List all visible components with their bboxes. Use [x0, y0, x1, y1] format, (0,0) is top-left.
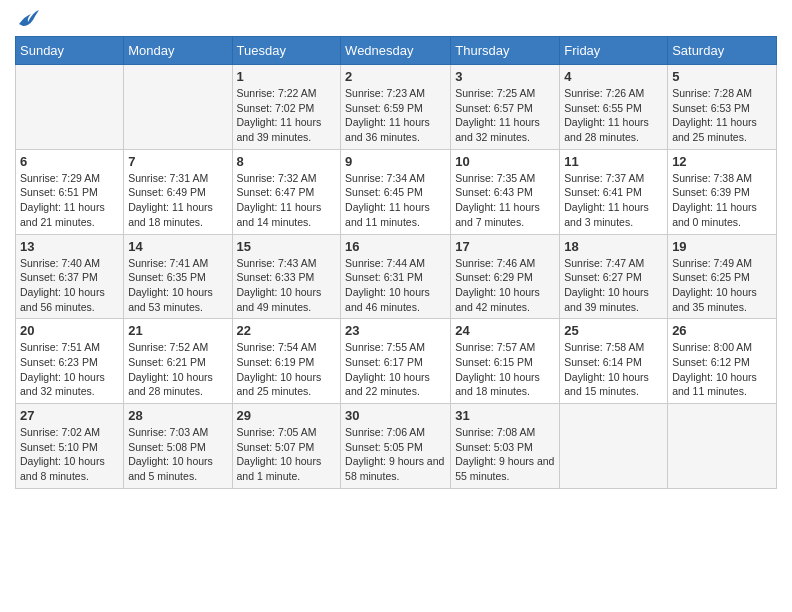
day-info: Sunrise: 7:31 AMSunset: 6:49 PMDaylight:…	[128, 171, 227, 230]
calendar-week-1: 1Sunrise: 7:22 AMSunset: 7:02 PMDaylight…	[16, 65, 777, 150]
day-number: 24	[455, 323, 555, 338]
day-number: 21	[128, 323, 227, 338]
day-number: 31	[455, 408, 555, 423]
calendar-cell	[560, 404, 668, 489]
calendar-cell: 17Sunrise: 7:46 AMSunset: 6:29 PMDayligh…	[451, 234, 560, 319]
day-info: Sunrise: 7:38 AMSunset: 6:39 PMDaylight:…	[672, 171, 772, 230]
calendar-cell: 23Sunrise: 7:55 AMSunset: 6:17 PMDayligh…	[341, 319, 451, 404]
weekday-header-wednesday: Wednesday	[341, 37, 451, 65]
calendar-cell: 24Sunrise: 7:57 AMSunset: 6:15 PMDayligh…	[451, 319, 560, 404]
day-number: 13	[20, 239, 119, 254]
weekday-header-sunday: Sunday	[16, 37, 124, 65]
day-number: 12	[672, 154, 772, 169]
day-number: 19	[672, 239, 772, 254]
calendar-cell: 6Sunrise: 7:29 AMSunset: 6:51 PMDaylight…	[16, 149, 124, 234]
weekday-header-saturday: Saturday	[668, 37, 777, 65]
day-number: 17	[455, 239, 555, 254]
day-number: 5	[672, 69, 772, 84]
day-info: Sunrise: 7:34 AMSunset: 6:45 PMDaylight:…	[345, 171, 446, 230]
calendar-cell: 13Sunrise: 7:40 AMSunset: 6:37 PMDayligh…	[16, 234, 124, 319]
day-number: 30	[345, 408, 446, 423]
day-info: Sunrise: 7:46 AMSunset: 6:29 PMDaylight:…	[455, 256, 555, 315]
weekday-header-friday: Friday	[560, 37, 668, 65]
calendar-cell	[124, 65, 232, 150]
day-info: Sunrise: 7:22 AMSunset: 7:02 PMDaylight:…	[237, 86, 337, 145]
logo	[15, 10, 39, 28]
day-number: 7	[128, 154, 227, 169]
calendar-table: SundayMondayTuesdayWednesdayThursdayFrid…	[15, 36, 777, 489]
day-number: 16	[345, 239, 446, 254]
day-number: 26	[672, 323, 772, 338]
day-info: Sunrise: 7:32 AMSunset: 6:47 PMDaylight:…	[237, 171, 337, 230]
calendar-cell: 7Sunrise: 7:31 AMSunset: 6:49 PMDaylight…	[124, 149, 232, 234]
day-number: 23	[345, 323, 446, 338]
calendar-cell: 18Sunrise: 7:47 AMSunset: 6:27 PMDayligh…	[560, 234, 668, 319]
calendar-cell: 4Sunrise: 7:26 AMSunset: 6:55 PMDaylight…	[560, 65, 668, 150]
day-number: 4	[564, 69, 663, 84]
calendar-cell: 10Sunrise: 7:35 AMSunset: 6:43 PMDayligh…	[451, 149, 560, 234]
calendar-cell: 3Sunrise: 7:25 AMSunset: 6:57 PMDaylight…	[451, 65, 560, 150]
calendar-cell: 29Sunrise: 7:05 AMSunset: 5:07 PMDayligh…	[232, 404, 341, 489]
day-number: 14	[128, 239, 227, 254]
calendar-cell: 2Sunrise: 7:23 AMSunset: 6:59 PMDaylight…	[341, 65, 451, 150]
calendar-week-2: 6Sunrise: 7:29 AMSunset: 6:51 PMDaylight…	[16, 149, 777, 234]
day-number: 2	[345, 69, 446, 84]
day-info: Sunrise: 8:00 AMSunset: 6:12 PMDaylight:…	[672, 340, 772, 399]
calendar-cell: 27Sunrise: 7:02 AMSunset: 5:10 PMDayligh…	[16, 404, 124, 489]
day-info: Sunrise: 7:03 AMSunset: 5:08 PMDaylight:…	[128, 425, 227, 484]
day-info: Sunrise: 7:41 AMSunset: 6:35 PMDaylight:…	[128, 256, 227, 315]
calendar-cell: 21Sunrise: 7:52 AMSunset: 6:21 PMDayligh…	[124, 319, 232, 404]
day-info: Sunrise: 7:55 AMSunset: 6:17 PMDaylight:…	[345, 340, 446, 399]
weekday-header-thursday: Thursday	[451, 37, 560, 65]
day-number: 15	[237, 239, 337, 254]
weekday-header-tuesday: Tuesday	[232, 37, 341, 65]
calendar-cell: 20Sunrise: 7:51 AMSunset: 6:23 PMDayligh…	[16, 319, 124, 404]
day-info: Sunrise: 7:25 AMSunset: 6:57 PMDaylight:…	[455, 86, 555, 145]
day-number: 18	[564, 239, 663, 254]
logo-bird-icon	[17, 10, 39, 28]
calendar-cell: 16Sunrise: 7:44 AMSunset: 6:31 PMDayligh…	[341, 234, 451, 319]
day-info: Sunrise: 7:08 AMSunset: 5:03 PMDaylight:…	[455, 425, 555, 484]
calendar-cell: 25Sunrise: 7:58 AMSunset: 6:14 PMDayligh…	[560, 319, 668, 404]
calendar-week-3: 13Sunrise: 7:40 AMSunset: 6:37 PMDayligh…	[16, 234, 777, 319]
calendar-cell: 12Sunrise: 7:38 AMSunset: 6:39 PMDayligh…	[668, 149, 777, 234]
day-number: 8	[237, 154, 337, 169]
calendar-cell: 9Sunrise: 7:34 AMSunset: 6:45 PMDaylight…	[341, 149, 451, 234]
day-number: 25	[564, 323, 663, 338]
day-number: 22	[237, 323, 337, 338]
calendar-cell: 26Sunrise: 8:00 AMSunset: 6:12 PMDayligh…	[668, 319, 777, 404]
calendar-week-4: 20Sunrise: 7:51 AMSunset: 6:23 PMDayligh…	[16, 319, 777, 404]
page-header	[15, 10, 777, 28]
day-number: 29	[237, 408, 337, 423]
day-number: 1	[237, 69, 337, 84]
day-info: Sunrise: 7:51 AMSunset: 6:23 PMDaylight:…	[20, 340, 119, 399]
day-number: 20	[20, 323, 119, 338]
day-info: Sunrise: 7:52 AMSunset: 6:21 PMDaylight:…	[128, 340, 227, 399]
calendar-cell: 30Sunrise: 7:06 AMSunset: 5:05 PMDayligh…	[341, 404, 451, 489]
calendar-cell: 22Sunrise: 7:54 AMSunset: 6:19 PMDayligh…	[232, 319, 341, 404]
day-info: Sunrise: 7:49 AMSunset: 6:25 PMDaylight:…	[672, 256, 772, 315]
day-info: Sunrise: 7:26 AMSunset: 6:55 PMDaylight:…	[564, 86, 663, 145]
day-info: Sunrise: 7:54 AMSunset: 6:19 PMDaylight:…	[237, 340, 337, 399]
day-info: Sunrise: 7:57 AMSunset: 6:15 PMDaylight:…	[455, 340, 555, 399]
day-number: 28	[128, 408, 227, 423]
calendar-cell: 1Sunrise: 7:22 AMSunset: 7:02 PMDaylight…	[232, 65, 341, 150]
day-info: Sunrise: 7:40 AMSunset: 6:37 PMDaylight:…	[20, 256, 119, 315]
day-info: Sunrise: 7:47 AMSunset: 6:27 PMDaylight:…	[564, 256, 663, 315]
day-number: 27	[20, 408, 119, 423]
day-info: Sunrise: 7:35 AMSunset: 6:43 PMDaylight:…	[455, 171, 555, 230]
calendar-header-row: SundayMondayTuesdayWednesdayThursdayFrid…	[16, 37, 777, 65]
day-info: Sunrise: 7:23 AMSunset: 6:59 PMDaylight:…	[345, 86, 446, 145]
day-number: 6	[20, 154, 119, 169]
day-number: 10	[455, 154, 555, 169]
day-info: Sunrise: 7:29 AMSunset: 6:51 PMDaylight:…	[20, 171, 119, 230]
day-info: Sunrise: 7:02 AMSunset: 5:10 PMDaylight:…	[20, 425, 119, 484]
calendar-cell	[668, 404, 777, 489]
day-info: Sunrise: 7:43 AMSunset: 6:33 PMDaylight:…	[237, 256, 337, 315]
calendar-cell: 28Sunrise: 7:03 AMSunset: 5:08 PMDayligh…	[124, 404, 232, 489]
calendar-week-5: 27Sunrise: 7:02 AMSunset: 5:10 PMDayligh…	[16, 404, 777, 489]
calendar-cell: 15Sunrise: 7:43 AMSunset: 6:33 PMDayligh…	[232, 234, 341, 319]
day-number: 3	[455, 69, 555, 84]
calendar-cell: 11Sunrise: 7:37 AMSunset: 6:41 PMDayligh…	[560, 149, 668, 234]
weekday-header-monday: Monday	[124, 37, 232, 65]
